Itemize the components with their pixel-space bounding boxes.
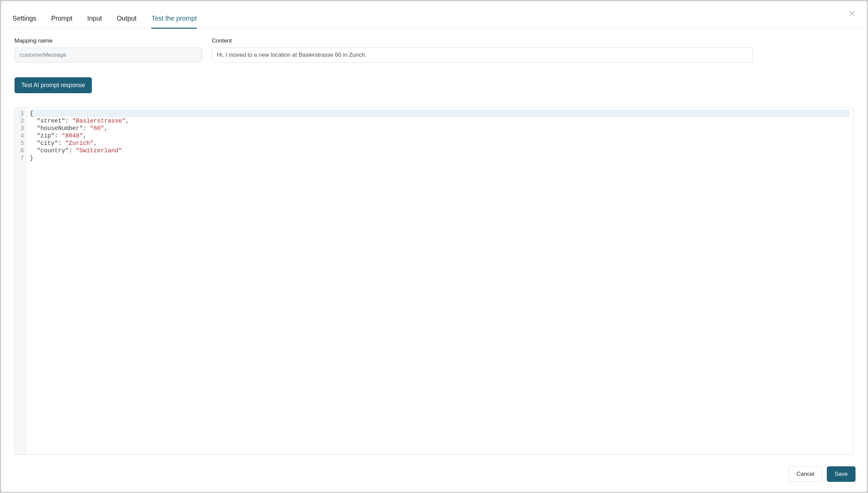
mapping-name-label: Mapping name: [15, 38, 202, 44]
gutter-line: 6: [18, 147, 24, 154]
dialog-footer: Cancel Save: [1, 462, 867, 492]
cancel-button[interactable]: Cancel: [789, 466, 822, 482]
mapping-name-input[interactable]: [15, 48, 202, 62]
tab-bar: Settings Prompt Input Output Test the pr…: [1, 1, 867, 29]
code-line: {: [30, 110, 850, 117]
response-code-editor[interactable]: 1⌄234567 { "street": "Baslerstrasse", "h…: [15, 107, 853, 455]
test-ai-prompt-button[interactable]: Test AI prompt response: [15, 77, 92, 93]
gutter-line: 5: [18, 140, 24, 147]
tab-output[interactable]: Output: [117, 10, 137, 29]
dialog: Settings Prompt Input Output Test the pr…: [1, 1, 867, 492]
code-line: "city": "Zurich",: [30, 140, 850, 147]
tab-test-the-prompt[interactable]: Test the prompt: [151, 10, 196, 29]
gutter-line: 1⌄: [18, 110, 24, 117]
gutter-line: 2: [18, 117, 24, 125]
tab-input[interactable]: Input: [87, 10, 102, 29]
tab-prompt[interactable]: Prompt: [51, 10, 72, 29]
gutter-line: 4: [18, 132, 24, 140]
gutter-line: 7: [18, 154, 24, 162]
code-line: "street": "Baslerstrasse",: [30, 117, 850, 125]
gutter-line: 3: [18, 125, 24, 132]
fold-icon[interactable]: ⌄: [26, 112, 28, 119]
save-button[interactable]: Save: [827, 466, 855, 482]
editor-code-area[interactable]: { "street": "Baslerstrasse", "houseNumbe…: [26, 108, 853, 454]
close-button[interactable]: [847, 9, 857, 18]
close-icon: [848, 10, 856, 17]
content-input[interactable]: [212, 48, 753, 62]
code-line: "zip": "8048",: [30, 132, 850, 140]
code-line: "country": "Switzerland": [30, 147, 850, 154]
content-label: Content: [212, 38, 753, 44]
code-line: }: [30, 154, 850, 162]
code-line: "houseNumber": "60",: [30, 125, 850, 132]
editor-gutter: 1⌄234567: [15, 108, 26, 454]
tab-settings[interactable]: Settings: [13, 10, 36, 29]
